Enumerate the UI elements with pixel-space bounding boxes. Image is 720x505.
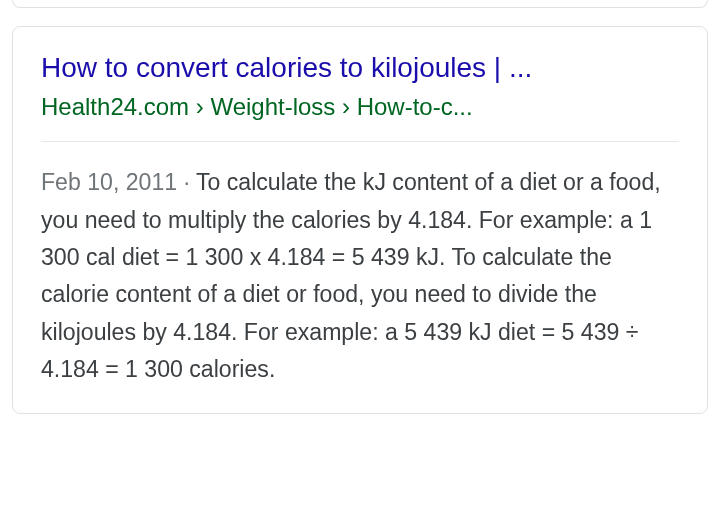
search-result-card: How to convert calories to kilojoules | …	[12, 26, 708, 414]
previous-result-card-bottom	[12, 0, 708, 8]
result-title-link[interactable]: How to convert calories to kilojoules | …	[41, 49, 679, 87]
result-snippet: Feb 10, 2011 · To calculate the kJ conte…	[41, 164, 679, 388]
result-snippet-text: To calculate the kJ content of a diet or…	[41, 169, 661, 382]
result-date: Feb 10, 2011	[41, 169, 177, 195]
divider	[41, 141, 679, 142]
result-breadcrumb[interactable]: Health24.com › Weight-loss › How-to-c...	[41, 91, 679, 123]
date-separator: ·	[177, 169, 196, 195]
